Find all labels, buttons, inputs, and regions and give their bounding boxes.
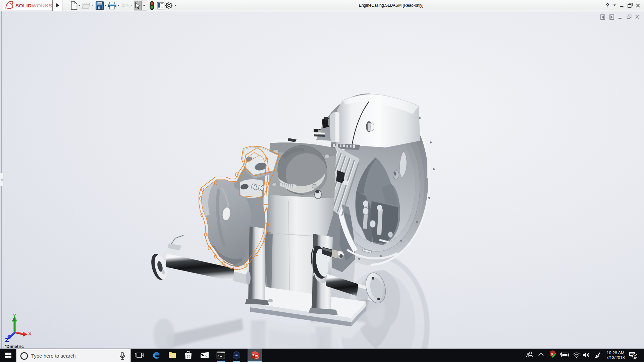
svg-text:2: 2 [634,354,636,358]
svg-text:S: S [252,354,254,357]
svg-text:10:28 AM: 10:28 AM [607,351,625,355]
svg-text:7/13/2018: 7/13/2018 [606,355,625,360]
svg-text:C:\\: C:\\ [217,352,221,353]
svg-text:2017: 2017 [255,357,259,359]
svg-text:?: ? [606,2,609,9]
